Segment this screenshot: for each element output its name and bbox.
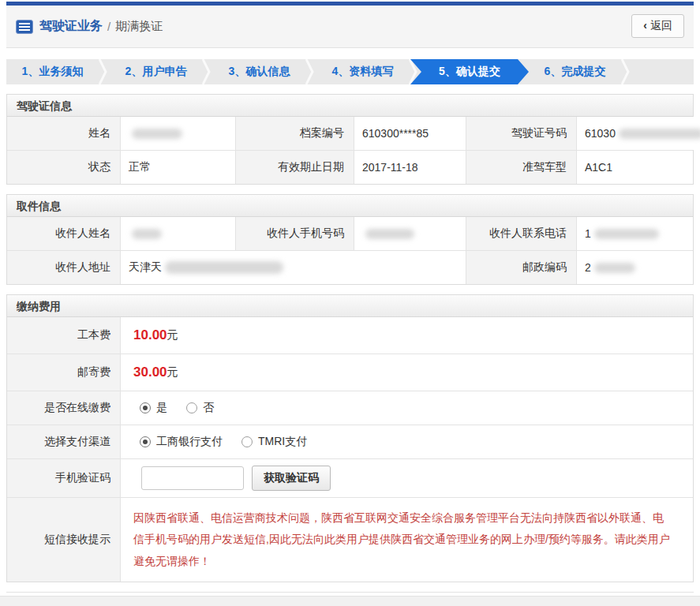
page-title: 驾驶证业务 [39,18,103,35]
license-no-prefix: 61030 [585,127,616,140]
radio-unchecked-icon [186,402,197,413]
status-value: 正常 [121,151,236,184]
license-no-value: 61030 [577,117,700,150]
redacted-value [132,229,162,239]
name-label: 姓名 [7,117,121,150]
radio-checked-icon [140,402,151,413]
breadcrumb-separator: / [107,20,110,33]
fee-unit: 元 [167,365,178,380]
vehicle-type-value: A1C1 [577,151,693,184]
section-title: 驾驶证信息 [7,95,693,117]
license-info-section: 驾驶证信息 姓名 档案编号 610300****85 驾驶证号码 61030 状… [6,94,694,185]
expiry-value: 2017-11-18 [354,151,466,184]
step-5-confirm-submit-active[interactable]: 5、确认提交 [410,59,529,84]
online-pay-row: 是否在线缴费 是 否 [7,391,693,425]
page-header: 驾驶证业务 / 期满换证 ‹返回 [6,6,694,48]
redacted-value [594,263,635,273]
sms-code-label: 手机验证码 [7,459,121,497]
channel-icbc-radio[interactable]: 工商银行支付 [140,435,223,449]
step-4-fill-materials[interactable]: 4、资料填写 [316,59,409,84]
name-value [121,117,236,150]
mail-fee-value: 30.00元 [121,354,693,391]
online-pay-yes-radio[interactable]: 是 [140,401,167,415]
section-title: 取件信息 [7,195,693,217]
pickup-info-section: 取件信息 收件人姓名 收件人手机号码 收件人联系电话 1 收件人地址 天津天 邮… [6,194,694,285]
file-no-label: 档案编号 [236,117,354,150]
back-button-label: 返回 [650,19,672,32]
vehicle-type-label: 准驾车型 [466,151,577,184]
section-title: 缴纳费用 [7,295,693,317]
step-label: 3、确认信息 [229,65,290,79]
postcode-prefix: 2 [585,261,591,274]
radio-label: 是 [156,401,167,415]
step-separator-icon [305,59,316,84]
recipient-mobile-label: 收件人手机号码 [236,217,354,250]
phone-prefix: 1 [585,227,591,240]
sms-tip-label: 短信接收提示 [7,498,121,582]
recipient-mobile-value [354,217,466,250]
radio-label: TMRI支付 [258,435,307,449]
mail-fee-amount: 30.00 [129,365,167,380]
bottom-band [0,596,700,606]
work-fee-row: 工本费 10.00元 [7,317,693,354]
mail-fee-label: 邮寄费 [7,354,121,391]
sms-code-controls: 获取验证码 [121,459,693,497]
address-label: 收件人地址 [7,251,121,284]
license-no-label: 驾驶证号码 [466,117,577,150]
table-row: 收件人姓名 收件人手机号码 收件人联系电话 1 [7,217,693,251]
pay-channel-options: 工商银行支付 TMRI支付 [121,425,693,458]
online-pay-label: 是否在线缴费 [7,391,121,425]
channel-tmri-radio[interactable]: TMRI支付 [241,435,307,449]
business-list-icon [16,20,33,34]
step-separator-icon [621,59,632,84]
recipient-phone-label: 收件人联系电话 [466,217,577,250]
fees-section: 缴纳费用 工本费 10.00元 邮寄费 30.00元 是否在线缴费 是 [6,294,694,582]
step-2-user-declaration[interactable]: 2、用户申告 [110,59,202,84]
file-no-value: 610300****85 [354,117,466,150]
table-row: 收件人地址 天津天 邮政编码 2 [7,251,693,284]
radio-label: 工商银行支付 [156,435,223,449]
table-row: 状态 正常 有效期止日期 2017-11-18 准驾车型 A1C1 [7,151,693,184]
step-label: 5、确认提交 [439,65,500,79]
work-fee-amount: 10.00 [129,327,167,343]
recipient-name-value [121,217,236,250]
work-fee-label: 工本费 [7,317,121,354]
pay-channel-label: 选择支付渠道 [7,425,121,458]
step-label: 2、用户申告 [125,65,187,79]
step-separator-icon [99,59,110,84]
sms-tip-row: 短信接收提示 因陕西省联通、电信运营商技术问题，陕西省互联网交通安全综合服务管理… [7,498,693,582]
redacted-value [365,229,414,239]
postcode-value: 2 [577,251,693,284]
work-fee-value: 10.00元 [121,317,693,354]
breadcrumb-current: 期满换证 [115,19,163,34]
expiry-label: 有效期止日期 [236,151,354,184]
step-3-confirm-info[interactable]: 3、确认信息 [213,59,305,84]
get-sms-code-button[interactable]: 获取验证码 [252,466,331,491]
redacted-value [594,229,659,239]
step-6-complete-submit[interactable]: 6、完成提交 [529,59,621,84]
chevron-left-icon: ‹ [643,19,647,32]
step-label: 1、业务须知 [22,65,84,79]
online-pay-no-radio[interactable]: 否 [186,401,214,415]
address-prefix: 天津天 [129,260,162,275]
online-pay-options: 是 否 [121,391,693,425]
radio-checked-icon [140,436,151,447]
recipient-phone-value: 1 [577,217,693,250]
address-value: 天津天 [121,251,466,284]
mail-fee-row: 邮寄费 30.00元 [7,354,693,391]
sms-code-input[interactable] [141,466,244,490]
radio-unchecked-icon [241,436,253,447]
pay-channel-row: 选择支付渠道 工商银行支付 TMRI支付 [7,425,693,459]
sms-tip-text: 因陕西省联通、电信运营商技术问题，陕西省互联网交通安全综合服务管理平台无法向持陕… [121,498,693,582]
recipient-name-label: 收件人姓名 [7,217,121,250]
step-1-business-notice[interactable]: 1、业务须知 [6,59,99,84]
status-label: 状态 [7,151,121,184]
table-row: 姓名 档案编号 610300****85 驾驶证号码 61030 [7,117,693,151]
back-button[interactable]: ‹返回 [631,14,684,38]
radio-label: 否 [203,401,214,415]
step-navigation: 1、业务须知 2、用户申告 3、确认信息 4、资料填写 5、确认提交 6、完成提… [6,59,694,84]
step-separator-icon [202,59,213,84]
redacted-value [619,129,700,139]
sms-code-row: 手机验证码 获取验证码 [7,459,693,498]
step-label: 6、完成提交 [545,65,606,79]
